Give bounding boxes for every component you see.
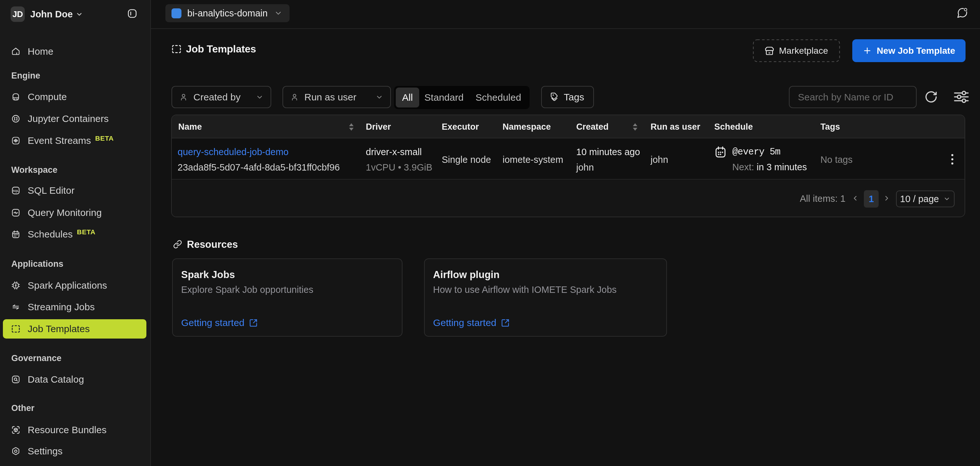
svg-text:SQL: SQL: [13, 189, 19, 192]
